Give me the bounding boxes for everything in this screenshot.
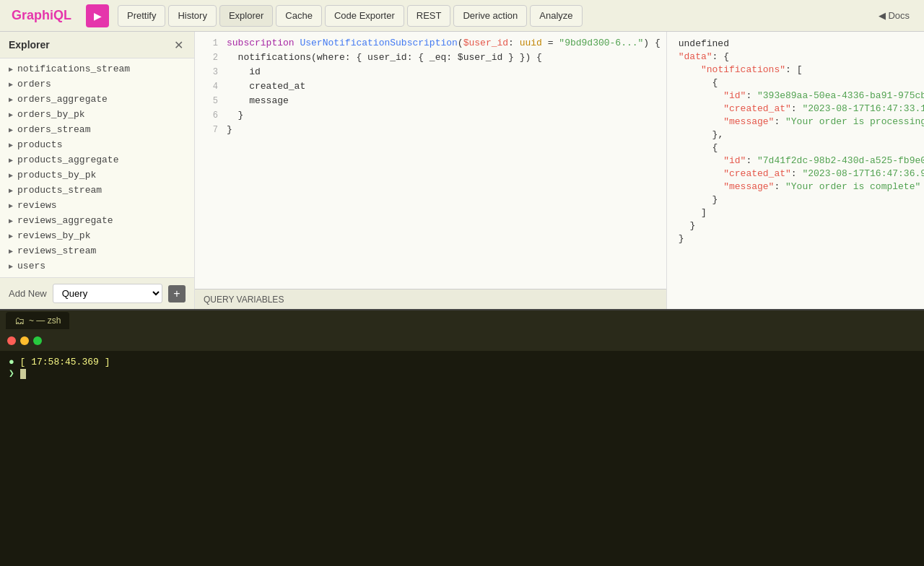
line-number: 5 [201,95,218,106]
window-minimize-button[interactable] [20,336,29,345]
result-line: "message": "Your order is processing" [667,116,924,129]
code-line: 7} [195,124,666,139]
code-line: 3 id [195,66,666,81]
explorer-item[interactable]: ▶products_stream [0,183,194,198]
result-line: }, [667,129,924,142]
explorer-item[interactable]: ▶orders [0,77,194,92]
explorer-item[interactable]: ▶orders_by_pk [0,107,194,122]
terminal-tab[interactable]: 🗂 ~ — zsh [6,312,69,329]
code-line: 5 message [195,95,666,110]
explorer-header: Explorer ✕ [0,32,194,58]
explorer-item[interactable]: ▶reviews_stream [0,243,194,258]
explorer-arrow: ▶ [9,126,13,134]
result-line: { [667,142,924,154]
terminal-area[interactable]: ● [ 17:58:45.369 ] ❯ [0,351,924,566]
explorer-arrow: ▶ [9,232,13,240]
result-line: "id": "7d41f2dc-98b2-430d-a525-fb9e01590… [667,154,924,167]
explorer-arrow: ▶ [9,201,13,210]
line-content: } [227,124,661,135]
code-line: 6 } [195,110,666,124]
window-controls [0,331,924,351]
explorer-item[interactable]: ▶products_by_pk [0,167,194,183]
terminal-time: [ 17:58:45.369 ] [20,357,110,367]
window-close-button[interactable] [7,336,16,345]
explorer-arrow: ▶ [9,247,13,256]
explorer-footer: Add New QueryMutationSubscription + [0,277,194,309]
window-maximize-button[interactable] [33,336,42,345]
explorer-title: Explorer [9,39,50,51]
terminal-tab-label: ~ — zsh [29,315,61,326]
code-line: 4 created_at [195,81,666,95]
add-new-button[interactable]: Add New [9,288,47,299]
result-line: "created_at": "2023-08-17T16:47:33.12830… [667,103,924,116]
derive-action-button[interactable]: Derive action [453,5,527,27]
result-line: } [667,193,924,206]
terminal-cursor [20,369,26,379]
explorer-arrow: ▶ [9,141,13,149]
line-content: created_at [227,81,661,92]
result-line: } [667,232,924,245]
line-content: notifications(where: { user_id: { _eq: $… [227,52,661,63]
analyze-button[interactable]: Analyze [530,5,582,27]
terminal-tab-icon: 🗂 [14,315,25,326]
explorer-items-list: ▶notifications_stream▶orders▶orders_aggr… [0,58,194,277]
result-line: { [667,77,924,90]
explorer-item[interactable]: ▶products_aggregate [0,152,194,167]
result-line: } [667,219,924,232]
query-type-select[interactable]: QueryMutationSubscription [53,284,162,303]
line-number: 6 [201,110,218,121]
explorer-close-button[interactable]: ✕ [171,38,186,52]
code-editor[interactable]: 1subscription UserNotificationSubscripti… [195,32,666,289]
explorer-arrow: ▶ [9,80,13,89]
line-content: message [227,95,661,106]
terminal-status-dot: ● [9,357,20,367]
cache-button[interactable]: Cache [276,5,322,27]
explorer-item[interactable]: ▶reviews [0,198,194,213]
query-variables-bar[interactable]: QUERY VARIABLES [195,289,666,309]
explorer-arrow: ▶ [9,110,13,119]
rest-button[interactable]: REST [407,5,451,27]
result-line: ] [667,206,924,219]
explorer-item[interactable]: ▶orders_stream [0,122,194,137]
prettify-button[interactable]: Prettify [118,5,165,27]
docs-button[interactable]: ◀ Docs [870,6,918,25]
result-line: "message": "Your order is complete" [667,180,924,193]
line-number: 2 [201,52,218,63]
line-content: } [227,110,661,121]
line-number: 4 [201,81,218,92]
toolbar: GraphiQL Prettify History Explorer Cache… [0,0,924,32]
result-line: "id": "393e89aa-50ea-4336-ba91-975cbe15c… [667,90,924,103]
terminal-prompt-symbol: ❯ [9,368,20,379]
explorer-arrow: ▶ [9,65,13,74]
code-exporter-button[interactable]: Code Exporter [325,5,404,27]
explorer-arrow: ▶ [9,171,13,180]
terminal-tab-bar: 🗂 ~ — zsh [0,310,924,331]
explorer-item[interactable]: ▶users [0,258,194,274]
explorer-sidebar: Explorer ✕ ▶notifications_stream▶orders▶… [0,32,195,309]
explorer-item[interactable]: ▶notifications_stream [0,61,194,77]
explorer-arrow: ▶ [9,262,13,271]
terminal-prompt-line: ● [ 17:58:45.369 ] [9,357,915,367]
line-number: 1 [201,38,218,48]
result-line: "created_at": "2023-08-17T16:47:36.94241… [667,167,924,180]
result-line: "data": { [667,51,924,64]
terminal-input-line: ❯ [9,367,915,379]
explorer-item[interactable]: ▶reviews_by_pk [0,228,194,243]
explorer-item[interactable]: ▶reviews_aggregate [0,213,194,228]
graphiql-logo: GraphiQL [6,5,77,26]
explorer-arrow: ▶ [9,156,13,165]
add-query-button[interactable]: + [168,285,186,302]
line-content: id [227,66,661,77]
explorer-item[interactable]: ▶orders_aggregate [0,92,194,107]
explorer-button[interactable]: Explorer [219,5,273,27]
results-area: undefined"data": { "notifications": [ { … [667,32,924,309]
explorer-arrow: ▶ [9,95,13,104]
explorer-arrow: ▶ [9,186,13,195]
run-button[interactable] [86,4,109,27]
history-button[interactable]: History [168,5,216,27]
code-line: 1subscription UserNotificationSubscripti… [195,38,666,52]
line-content: subscription UserNotificationSubscriptio… [227,38,661,48]
editor-area: 1subscription UserNotificationSubscripti… [195,32,667,309]
explorer-item[interactable]: ▶products [0,137,194,152]
result-line: "notifications": [ [667,64,924,77]
